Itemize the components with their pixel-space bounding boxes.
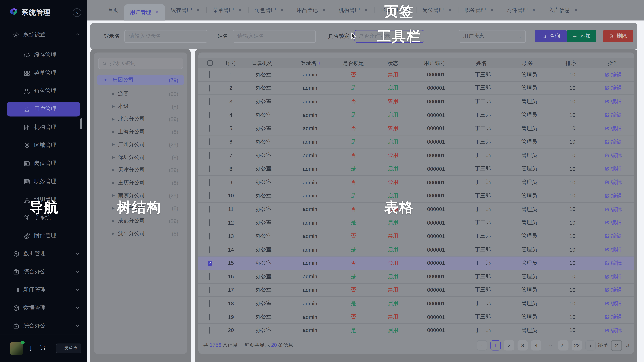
tree-node-游客[interactable]: ▶游客(29) (97, 87, 184, 100)
column-header-用户编号[interactable]: 用户编号↑↓ (412, 59, 459, 67)
table-row[interactable]: 20办公室admin是启用000001丁三郎管理员10编辑 (198, 324, 634, 337)
close-icon[interactable]: ✕ (364, 7, 368, 13)
close-icon[interactable]: ✕ (490, 7, 494, 13)
avatar[interactable] (10, 342, 24, 356)
sidebar-item-用户管理[interactable]: 用户管理 (0, 100, 87, 118)
close-icon[interactable]: ✕ (238, 7, 242, 13)
tree-node-深圳分公司[interactable]: ▶深圳分公司(8) (97, 151, 184, 164)
tab-职务管理[interactable]: 职务管理✕ (459, 0, 500, 20)
caret-right-icon[interactable]: ▶ (112, 104, 115, 108)
tab-菜单管理[interactable]: 菜单管理✕ (207, 0, 248, 20)
edit-link[interactable]: 编辑 (604, 327, 622, 334)
sidebar-item-职务管理[interactable]: 职务管理 (0, 172, 87, 191)
column-header-职务[interactable]: 职务↑↓ (506, 59, 552, 67)
row-checkbox[interactable] (210, 206, 210, 213)
caret-right-icon[interactable]: ▶ (112, 181, 115, 185)
table-row[interactable]: 9办公室admin否禁用000001丁三郎管理员10编辑 (198, 176, 634, 189)
close-icon[interactable]: ✕ (196, 7, 200, 13)
edit-link[interactable]: 编辑 (604, 152, 622, 159)
close-icon[interactable]: ✕ (155, 9, 159, 15)
row-checkbox[interactable] (210, 152, 210, 159)
tab-用品登记[interactable]: 用品登记✕ (291, 0, 332, 20)
edit-link[interactable]: 编辑 (604, 178, 622, 186)
table-row[interactable]: 13办公室admin否禁用000001丁三郎管理员10编辑 (198, 230, 634, 243)
table-row[interactable]: 5办公室admin否禁用000001丁三郎管理员10编辑 (198, 122, 634, 135)
column-header-归属机构[interactable]: 归属机构↑↓ (240, 59, 287, 67)
table-row[interactable]: 18办公室admin是启用000001丁三郎管理员10编辑 (198, 297, 634, 310)
caret-right-icon[interactable]: ▶ (112, 92, 115, 96)
row-checkbox[interactable] (210, 192, 210, 199)
row-checkbox[interactable] (210, 98, 210, 105)
table-row[interactable]: 19办公室admin否禁用000001丁三郎管理员10编辑 (198, 310, 634, 324)
table-row[interactable]: 8办公室admin是启用000001丁三郎管理员10编辑 (198, 162, 634, 176)
row-checkbox[interactable] (210, 286, 210, 294)
caret-right-icon[interactable]: ▶ (112, 130, 115, 134)
row-checkbox[interactable] (210, 246, 210, 253)
query-button[interactable]: 查询 (535, 30, 567, 42)
edit-link[interactable]: 编辑 (604, 138, 622, 146)
sidebar-section-system-settings[interactable]: 系统设置 (0, 27, 87, 42)
row-checkbox[interactable] (210, 111, 210, 118)
table-row[interactable]: 3办公室admin否禁用000001丁三郎管理员10编辑 (198, 95, 634, 108)
edit-link[interactable]: 编辑 (604, 165, 622, 172)
close-icon[interactable]: ✕ (532, 7, 536, 13)
row-checkbox[interactable]: ✓ (208, 261, 212, 266)
select-all-checkbox[interactable] (198, 60, 221, 66)
caret-right-icon[interactable]: ▶ (112, 206, 115, 210)
tab-缓存管理[interactable]: 缓存管理✕ (165, 0, 206, 20)
edit-link[interactable]: 编辑 (604, 259, 622, 267)
caret-right-icon[interactable]: ▶ (112, 219, 115, 223)
edit-link[interactable]: 编辑 (604, 273, 622, 280)
page-button-3[interactable]: 3 (518, 340, 528, 351)
close-icon[interactable]: ✕ (448, 7, 452, 13)
column-header-姓名[interactable]: 姓名↑↓ (460, 59, 506, 67)
row-checkbox[interactable] (210, 71, 210, 78)
row-checkbox[interactable] (210, 273, 210, 280)
page-button-2[interactable]: 2 (504, 340, 514, 351)
tab-入库信息[interactable]: 入库信息✕ (543, 0, 584, 20)
column-header-排序[interactable]: 排序↑↓ (552, 59, 592, 67)
tab-机构管理[interactable]: 机构管理✕ (333, 0, 374, 20)
sidebar-collapse-button[interactable]: ‹ (73, 8, 81, 16)
delete-button[interactable]: 删除 (603, 30, 633, 42)
table-row[interactable]: 1办公室admin否禁用000001丁三郎管理员10编辑 (198, 68, 634, 81)
tree-node-上海分公司[interactable]: ▶上海分公司(8) (97, 125, 184, 138)
table-row[interactable]: ✓15办公室admin否禁用000001丁三郎管理员10编辑 (198, 256, 634, 270)
page-button-1[interactable]: 1 (490, 340, 500, 351)
caret-right-icon[interactable]: ▶ (112, 193, 115, 197)
page-button-22[interactable]: 22 (572, 340, 582, 351)
edit-link[interactable]: 编辑 (604, 232, 622, 240)
sort-icon[interactable]: ↑↓ (318, 61, 320, 65)
edit-link[interactable]: 编辑 (604, 98, 622, 105)
row-checkbox[interactable] (210, 165, 210, 172)
sort-icon[interactable]: ↑↓ (534, 61, 536, 65)
sidebar-group-数据管理[interactable]: 数据管理 (0, 299, 87, 317)
caret-down-icon[interactable]: ▼ (104, 78, 108, 82)
sidebar-item-附件管理[interactable]: 附件管理 (0, 227, 87, 245)
edit-link[interactable]: 编辑 (604, 111, 622, 119)
tree-node-天津分公司[interactable]: ▶天津分公司(29) (97, 164, 184, 176)
sort-icon[interactable]: ↑↓ (578, 61, 579, 65)
table-row[interactable]: 16办公室admin是启用000001丁三郎管理员10编辑 (198, 270, 634, 283)
status-select[interactable]: 用户状态 ⌄ (459, 30, 526, 43)
table-row[interactable]: 11办公室admin否禁用000001丁三郎管理员10编辑 (198, 203, 634, 216)
row-checkbox[interactable] (210, 138, 210, 145)
tree-node-沈阳分公司[interactable]: ▶沈阳分公司(8) (97, 227, 184, 240)
row-checkbox[interactable] (210, 327, 210, 334)
caret-right-icon[interactable]: ▶ (112, 232, 115, 236)
tab-用户管理[interactable]: 用户管理✕ (124, 4, 165, 20)
table-row[interactable]: 2办公室admin是启用000001丁三郎管理员10编辑 (198, 81, 634, 95)
row-checkbox[interactable] (210, 125, 210, 132)
tab-附件管理[interactable]: 附件管理✕ (501, 0, 542, 20)
close-icon[interactable]: ✕ (280, 7, 284, 13)
tab-岗位管理[interactable]: 岗位管理✕ (417, 0, 458, 20)
edit-link[interactable]: 编辑 (604, 246, 622, 253)
tree-node-本级[interactable]: ▶本级(8) (97, 100, 184, 113)
add-button[interactable]: 添加 (567, 30, 596, 42)
edit-link[interactable]: 编辑 (604, 286, 622, 294)
tree-node-重庆分公司[interactable]: ▶重庆分公司(8) (97, 176, 184, 189)
sidebar-item-区域管理[interactable]: 区域管理 (0, 136, 87, 154)
sidebar-item-缓存管理[interactable]: 缓存管理 (0, 46, 87, 64)
next-page-button[interactable]: › (585, 340, 596, 351)
sort-icon[interactable]: ↑↓ (446, 61, 448, 65)
